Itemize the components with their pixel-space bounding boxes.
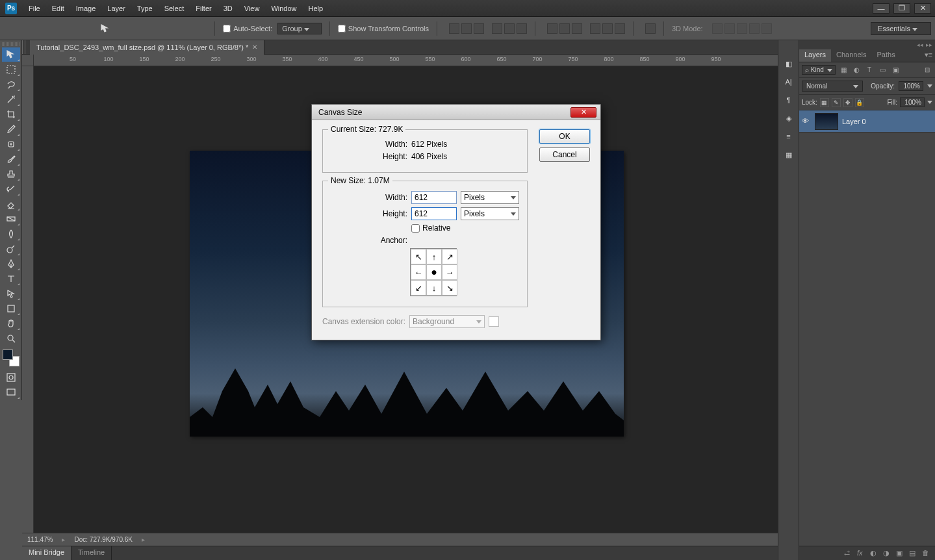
anchor-se[interactable]: ↘ <box>442 280 457 296</box>
link-layers-icon[interactable]: ⥄ <box>844 549 853 558</box>
3d-rotate-icon[interactable] <box>712 23 723 34</box>
properties-panel-icon[interactable]: ≡ <box>781 129 797 144</box>
lock-transparent-icon[interactable]: ▦ <box>820 98 829 107</box>
auto-align-button[interactable] <box>645 23 656 34</box>
path-select-tool[interactable] <box>2 286 20 301</box>
distribute-right-icon[interactable] <box>615 23 625 34</box>
tab-layers[interactable]: Layers <box>799 49 831 62</box>
new-width-input[interactable] <box>411 191 457 204</box>
menu-image[interactable]: Image <box>71 3 101 14</box>
status-arrow-icon[interactable]: ▸ <box>62 536 65 543</box>
brush-tool[interactable] <box>2 152 20 166</box>
layer-row[interactable]: 👁 Layer 0 <box>799 110 935 133</box>
menu-window[interactable]: Window <box>266 3 301 14</box>
align-hcenter-icon[interactable] <box>504 23 515 34</box>
adjustment-icon[interactable]: ◑ <box>883 549 892 558</box>
tab-mini-bridge[interactable]: Mini Bridge <box>22 546 71 560</box>
screenmode-toggle[interactable] <box>2 385 20 400</box>
layer-name[interactable]: Layer 0 <box>842 118 866 125</box>
history-panel-icon[interactable]: ◧ <box>781 56 797 71</box>
3d-panel-icon[interactable]: ◈ <box>781 110 797 126</box>
3d-drag-icon[interactable] <box>737 23 747 34</box>
info-panel-icon[interactable]: ▦ <box>781 147 797 162</box>
menu-view[interactable]: View <box>239 3 265 14</box>
ruler-horizontal[interactable]: 50 100 150 200 250 300 350 400 450 500 5… <box>34 55 778 66</box>
menu-file[interactable]: File <box>23 3 45 14</box>
panel-grip[interactable] <box>2 42 19 46</box>
status-caret-icon[interactable]: ▸ <box>142 536 145 543</box>
new-height-unit-select[interactable]: Pixels <box>461 207 519 220</box>
workspace-switcher[interactable]: Essentials <box>871 22 931 35</box>
lasso-tool[interactable] <box>2 77 20 92</box>
type-tool[interactable] <box>2 272 20 286</box>
filter-type-icon[interactable]: T <box>864 65 875 75</box>
new-layer-icon[interactable]: ▤ <box>909 549 918 558</box>
filter-toggle[interactable]: ⊟ <box>922 65 932 75</box>
visibility-toggle-icon[interactable]: 👁 <box>802 117 811 126</box>
fill-flyout-icon[interactable] <box>927 101 932 104</box>
foreground-color-swatch[interactable] <box>3 350 13 360</box>
move-tool[interactable] <box>2 47 20 62</box>
fill-field[interactable]: 100% <box>900 97 925 107</box>
eraser-tool[interactable] <box>2 197 20 211</box>
new-width-unit-select[interactable]: Pixels <box>461 191 519 204</box>
filter-pixel-icon[interactable]: ▦ <box>838 65 849 75</box>
auto-select-checkbox[interactable]: Auto-Select: <box>223 25 272 32</box>
auto-select-mode[interactable]: Group <box>277 23 322 34</box>
distribute-hcenter-icon[interactable] <box>602 23 613 34</box>
align-bottom-icon[interactable] <box>474 23 484 34</box>
shape-tool[interactable] <box>2 301 20 316</box>
blur-tool[interactable] <box>2 227 20 241</box>
quickmask-toggle[interactable] <box>2 370 20 385</box>
delete-layer-icon[interactable]: 🗑 <box>922 549 931 558</box>
cancel-button[interactable]: Cancel <box>539 147 590 162</box>
crop-tool[interactable] <box>2 107 20 121</box>
tab-channels[interactable]: Channels <box>831 49 871 62</box>
opacity-flyout-icon[interactable] <box>927 84 932 88</box>
close-tab-icon[interactable]: ✕ <box>252 44 257 51</box>
extension-color-swatch[interactable] <box>489 316 499 327</box>
window-maximize[interactable]: ❐ <box>893 3 910 14</box>
window-close[interactable]: ✕ <box>914 3 931 14</box>
ok-button[interactable]: OK <box>539 129 590 144</box>
distribute-vcenter-icon[interactable] <box>559 23 570 34</box>
anchor-center[interactable]: ● <box>426 264 442 280</box>
marquee-tool[interactable] <box>2 62 20 77</box>
layer-thumbnail[interactable] <box>815 113 838 130</box>
align-left-icon[interactable] <box>492 23 502 34</box>
opacity-field[interactable]: 100% <box>899 81 923 91</box>
mask-icon[interactable]: ◐ <box>870 549 879 558</box>
distribute-top-icon[interactable] <box>547 23 557 34</box>
lock-position-icon[interactable]: ✥ <box>843 98 852 107</box>
show-transform-checkbox[interactable]: Show Transform Controls <box>338 25 429 32</box>
window-minimize[interactable]: — <box>873 3 890 14</box>
document-tab[interactable]: Tutorial_DSC_2493_wm_full size.psd @ 111… <box>30 40 264 55</box>
filter-shape-icon[interactable]: ▭ <box>877 65 888 75</box>
history-brush-tool[interactable] <box>2 182 20 196</box>
dialog-titlebar[interactable]: Canvas Size ✕ <box>312 105 600 120</box>
healing-tool[interactable] <box>2 137 20 151</box>
ruler-origin[interactable] <box>22 55 34 66</box>
3d-scale-icon[interactable] <box>762 23 772 34</box>
menu-select[interactable]: Select <box>159 3 190 14</box>
gradient-tool[interactable] <box>2 212 20 226</box>
dialog-close-button[interactable]: ✕ <box>570 107 596 118</box>
panel-menu-icon[interactable]: ▾≡ <box>919 49 935 62</box>
paragraph-panel-icon[interactable]: ¶ <box>781 92 797 108</box>
distribute-bottom-icon[interactable] <box>572 23 582 34</box>
active-tool-icon[interactable] <box>97 21 113 36</box>
menu-type[interactable]: Type <box>132 3 158 14</box>
menu-edit[interactable]: Edit <box>47 3 70 14</box>
tab-strip-grip[interactable] <box>22 40 27 54</box>
magic-wand-tool[interactable] <box>2 92 20 107</box>
relative-checkbox[interactable]: Relative <box>411 223 519 233</box>
anchor-ne[interactable]: ↗ <box>442 249 457 264</box>
anchor-e[interactable]: → <box>442 264 457 280</box>
group-icon[interactable]: ▣ <box>896 549 905 558</box>
3d-roll-icon[interactable] <box>724 23 735 34</box>
anchor-sw[interactable]: ↙ <box>411 280 426 296</box>
menu-filter[interactable]: Filter <box>190 3 216 14</box>
stamp-tool[interactable] <box>2 167 20 181</box>
align-vcenter-icon[interactable] <box>461 23 472 34</box>
extension-color-select[interactable]: Background <box>409 315 485 328</box>
